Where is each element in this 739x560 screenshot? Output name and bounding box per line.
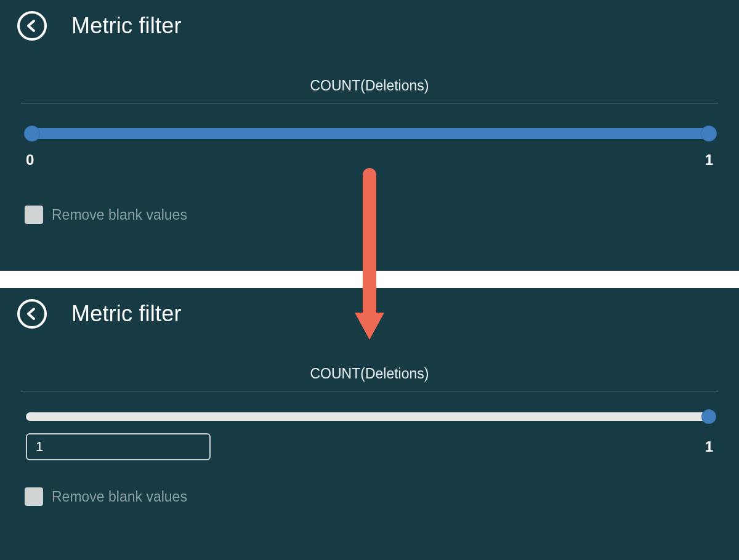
slider-handle-max[interactable] [701, 409, 716, 424]
arrow-left-icon [25, 18, 39, 33]
slider-handle-max[interactable] [701, 126, 717, 142]
slider-track [26, 412, 713, 421]
slider-min-label: 0 [26, 151, 34, 169]
remove-blank-values-label: Remove blank values [52, 489, 187, 505]
slider-min-input[interactable] [26, 433, 211, 460]
page-title: Metric filter [71, 13, 182, 39]
slider-max-label: 1 [705, 151, 713, 169]
page-title: Metric filter [71, 301, 182, 327]
remove-blank-values-checkbox[interactable] [25, 206, 43, 224]
slider-fill [26, 128, 713, 139]
arrow-left-icon [25, 306, 39, 321]
remove-blank-values-label: Remove blank values [52, 207, 187, 223]
divider [21, 391, 718, 391]
range-slider[interactable] [26, 128, 713, 139]
remove-blank-values-checkbox[interactable] [25, 487, 43, 506]
slider-max-label: 1 [705, 438, 713, 455]
metric-name: COUNT(Deletions) [20, 78, 719, 103]
divider [21, 103, 718, 103]
range-slider[interactable] [26, 412, 713, 421]
metric-name: COUNT(Deletions) [20, 366, 719, 391]
back-button[interactable] [17, 299, 47, 329]
panel-after: Metric filter COUNT(Deletions) 1 Remove … [0, 288, 739, 560]
panel-before: Metric filter COUNT(Deletions) 0 1 R [0, 0, 739, 271]
slider-handle-min[interactable] [24, 126, 40, 142]
back-button[interactable] [17, 11, 47, 41]
